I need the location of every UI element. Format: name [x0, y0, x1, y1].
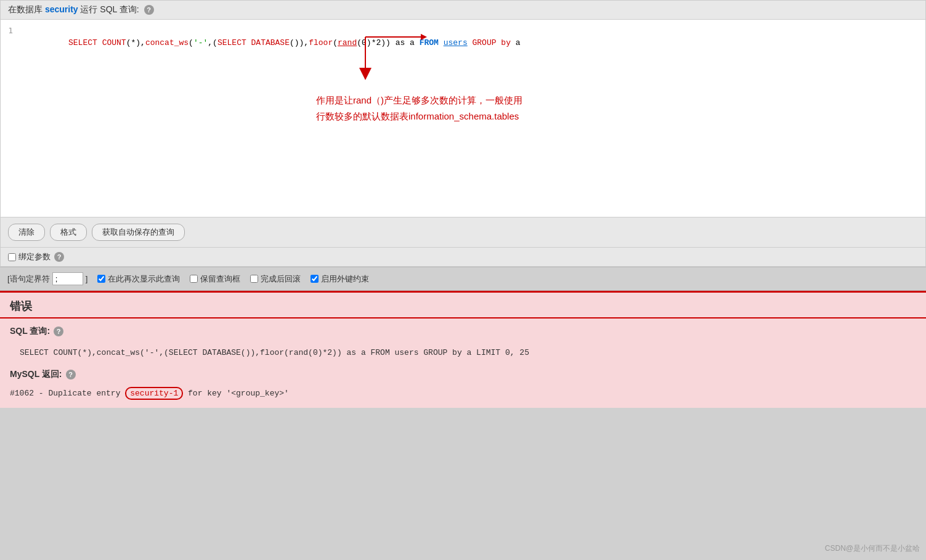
scroll-after-option[interactable]: 完成后回滚: [250, 274, 301, 285]
sql-panel-header: 在数据库 security 运行 SQL 查询: ?: [1, 1, 925, 20]
show-again-option[interactable]: 在此再次显示此查询: [97, 274, 180, 285]
svg-marker-3: [421, 34, 427, 40]
error-title: 错误: [10, 300, 32, 312]
format-button[interactable]: 格式: [50, 224, 87, 241]
enable-fk-option[interactable]: 启用外键约束: [311, 274, 369, 285]
error-sql-code: SELECT COUNT(*),concat_ws('-',(SELECT DA…: [10, 342, 916, 369]
options-row: [语句定界符 ] 在此再次显示此查询 保留查询框 完成后回滚 启用外键约束: [0, 267, 926, 291]
error-highlight-text: security-1: [125, 387, 183, 400]
bind-params-row: 绑定参数 ?: [1, 247, 925, 266]
svg-marker-0: [359, 68, 372, 80]
delimiter-group: [语句定界符 ]: [7, 272, 87, 285]
get-saved-button[interactable]: 获取自动保存的查询: [92, 224, 185, 241]
error-header: 错误: [0, 293, 926, 319]
keep-box-option[interactable]: 保留查询框: [190, 274, 240, 285]
error-panel: 错误 SQL 查询: ? SELECT COUNT(*),concat_ws('…: [0, 291, 926, 408]
sql-editor-area[interactable]: 1 SELECT COUNT(*),concat_ws('-',(SELECT …: [1, 20, 925, 217]
main-container: 在数据库 security 运行 SQL 查询: ? 1 SELECT COUN…: [0, 0, 926, 408]
clear-button[interactable]: 清除: [8, 224, 45, 241]
line-numbers: 1: [6, 25, 20, 212]
sql-buttons-area: 清除 格式 获取自动保存的查询: [1, 217, 925, 247]
keep-box-checkbox[interactable]: [190, 275, 198, 283]
bind-params-label[interactable]: 绑定参数: [8, 251, 51, 262]
annotation-text: 作用是让rand（)产生足够多次数的计算，一般使用 行数较多的默认数据表info…: [316, 92, 618, 124]
bind-params-help-icon[interactable]: ?: [54, 252, 64, 262]
sql-code: SELECT COUNT(*),concat_ws('-',(SELECT DA…: [20, 25, 920, 61]
delimiter-input[interactable]: [52, 272, 83, 285]
csdn-watermark: CSDN@是小何而不是小盆哈: [825, 543, 920, 554]
error-content: SQL 查询: ? SELECT COUNT(*),concat_ws('-',…: [0, 319, 926, 408]
sql-code-area: SELECT COUNT(*),concat_ws('-',(SELECT DA…: [20, 25, 920, 212]
sql-panel-title: 在数据库 security 运行 SQL 查询:: [8, 4, 139, 15]
show-again-checkbox[interactable]: [97, 275, 105, 283]
bind-params-checkbox[interactable]: [8, 253, 16, 261]
enable-fk-checkbox[interactable]: [311, 275, 319, 283]
error-sql-help-icon[interactable]: ?: [54, 327, 63, 336]
help-icon[interactable]: ?: [144, 5, 154, 15]
mysql-return-help-icon[interactable]: ?: [66, 370, 76, 379]
scroll-after-checkbox[interactable]: [250, 275, 258, 283]
error-message: #1062 - Duplicate entry security-1 for k…: [10, 386, 916, 400]
error-sql-label: SQL 查询: ?: [10, 326, 916, 337]
mysql-return-label: MySQL 返回: ?: [10, 369, 916, 380]
sql-panel: 在数据库 security 运行 SQL 查询: ? 1 SELECT COUN…: [0, 0, 926, 267]
